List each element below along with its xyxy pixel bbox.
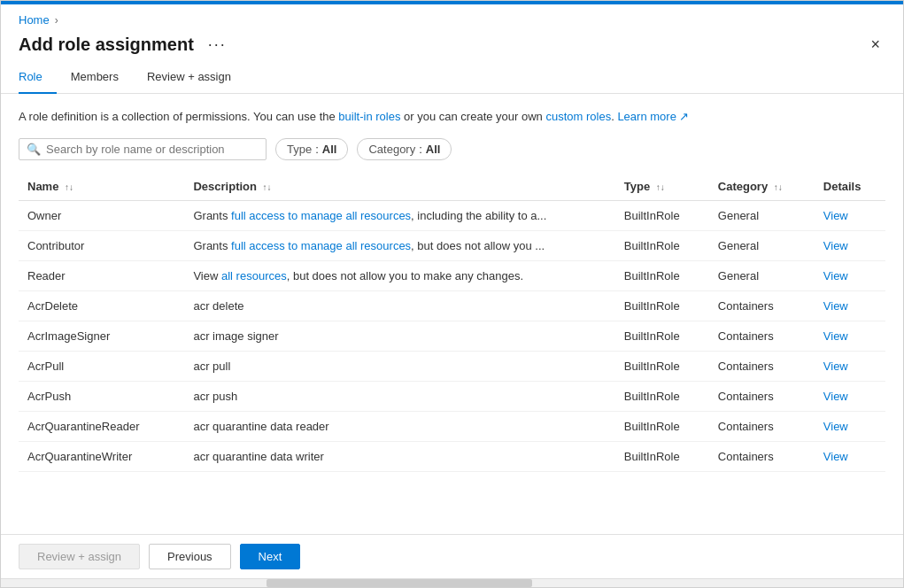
breadcrumb-separator: › — [55, 14, 58, 27]
search-box: 🔍 — [19, 138, 267, 160]
description-sort-icon: ↑↓ — [263, 182, 272, 192]
tab-role[interactable]: Role — [19, 63, 57, 94]
col-header-details: Details — [815, 173, 885, 201]
close-button[interactable]: × — [865, 34, 885, 56]
details-cell: View — [815, 200, 885, 230]
role-name-cell: Contributor — [19, 230, 184, 260]
category-cell: Containers — [709, 381, 815, 411]
highlighted-text: all resources — [221, 269, 287, 282]
category-sort-icon: ↑↓ — [774, 182, 783, 192]
type-cell: BuiltInRole — [615, 230, 709, 260]
highlighted-text: full access to manage all resources — [231, 239, 411, 252]
col-header-category[interactable]: Category ↑↓ — [709, 173, 815, 201]
description-cell: acr push — [184, 381, 614, 411]
details-cell: View — [815, 351, 885, 381]
description-cell: acr quarantine data writer — [184, 441, 614, 471]
type-filter-pill[interactable]: Type : All — [275, 138, 348, 160]
description-cell: acr delete — [184, 290, 614, 321]
type-cell: BuiltInRole — [615, 381, 709, 411]
view-details-link[interactable]: View — [823, 239, 848, 252]
category-cell: General — [709, 260, 815, 290]
search-input[interactable] — [46, 143, 259, 156]
type-cell: BuiltInRole — [615, 351, 709, 381]
type-cell: BuiltInRole — [615, 200, 709, 230]
col-header-name[interactable]: Name ↑↓ — [19, 173, 184, 201]
type-cell: BuiltInRole — [615, 441, 709, 471]
category-cell: General — [709, 200, 815, 230]
type-cell: BuiltInRole — [615, 411, 709, 441]
role-name-cell: AcrPush — [19, 381, 184, 411]
scrollbar-thumb[interactable] — [267, 579, 532, 587]
category-cell: General — [709, 230, 815, 260]
tabs-bar: Role Members Review + assign — [1, 63, 903, 94]
learn-more-link[interactable]: Learn more ↗ — [617, 110, 689, 123]
table-row: AcrQuarantineWriteracr quarantine data w… — [19, 441, 885, 471]
main-content: A role definition is a collection of per… — [1, 94, 903, 534]
role-name-cell: Owner — [19, 200, 184, 230]
description-text: A role definition is a collection of per… — [19, 108, 885, 126]
builtin-roles-link[interactable]: built-in roles — [338, 110, 400, 123]
category-cell: Containers — [709, 441, 815, 471]
role-name-cell: AcrPull — [19, 351, 184, 381]
type-sort-icon: ↑↓ — [656, 182, 665, 192]
details-cell: View — [815, 381, 885, 411]
details-cell: View — [815, 411, 885, 441]
view-details-link[interactable]: View — [823, 390, 848, 403]
previous-button[interactable]: Previous — [149, 544, 231, 569]
search-icon: 🔍 — [27, 143, 41, 156]
view-details-link[interactable]: View — [823, 299, 848, 313]
breadcrumb: Home › — [1, 4, 903, 30]
table-row: AcrQuarantineReaderacr quarantine data r… — [19, 411, 885, 441]
view-details-link[interactable]: View — [823, 269, 848, 282]
view-details-link[interactable]: View — [823, 360, 848, 373]
horizontal-scrollbar[interactable] — [1, 578, 903, 587]
role-name-cell: Reader — [19, 260, 184, 290]
details-cell: View — [815, 230, 885, 260]
category-filter-pill[interactable]: Category : All — [357, 138, 452, 160]
custom-roles-link[interactable]: custom roles — [545, 110, 611, 123]
description-cell: acr image signer — [184, 321, 614, 351]
col-header-type[interactable]: Type ↑↓ — [615, 173, 709, 201]
page-title: Add role assignment — [19, 35, 194, 55]
view-details-link[interactable]: View — [823, 450, 848, 463]
tab-members[interactable]: Members — [57, 63, 133, 94]
details-cell: View — [815, 321, 885, 351]
table-row: OwnerGrants full access to manage all re… — [19, 200, 885, 230]
table-row: AcrDeleteacr deleteBuiltInRoleContainers… — [19, 290, 885, 321]
details-cell: View — [815, 260, 885, 290]
description-cell: View all resources, but does not allow y… — [184, 260, 614, 290]
filters-row: 🔍 Type : All Category : All — [19, 138, 885, 160]
breadcrumb-home-link[interactable]: Home — [19, 13, 50, 27]
table-row: ContributorGrants full access to manage … — [19, 230, 885, 260]
main-window: Home › Add role assignment ··· × Role Me… — [0, 0, 904, 588]
highlighted-text: full access to manage all resources — [231, 209, 411, 222]
view-details-link[interactable]: View — [823, 329, 848, 343]
table-row: AcrPushacr pushBuiltInRoleContainersView — [19, 381, 885, 411]
description-cell: acr pull — [184, 351, 614, 381]
role-name-cell: AcrImageSigner — [19, 321, 184, 351]
table-row: AcrImageSigneracr image signerBuiltInRol… — [19, 321, 885, 351]
category-cell: Containers — [709, 351, 815, 381]
view-details-link[interactable]: View — [823, 209, 848, 222]
col-header-description[interactable]: Description ↑↓ — [184, 173, 614, 201]
table-row: AcrPullacr pullBuiltInRoleContainersView — [19, 351, 885, 381]
category-cell: Containers — [709, 411, 815, 441]
type-cell: BuiltInRole — [615, 290, 709, 321]
roles-table: Name ↑↓ Description ↑↓ Type ↑↓ Category … — [19, 173, 885, 472]
role-name-cell: AcrDelete — [19, 290, 184, 321]
review-assign-button[interactable]: Review + assign — [19, 544, 140, 569]
role-name-cell: AcrQuarantineReader — [19, 411, 184, 441]
description-cell: Grants full access to manage all resourc… — [184, 230, 614, 260]
category-cell: Containers — [709, 321, 815, 351]
table-row: ReaderView all resources, but does not a… — [19, 260, 885, 290]
more-options-button[interactable]: ··· — [203, 34, 232, 56]
type-cell: BuiltInRole — [615, 260, 709, 290]
view-details-link[interactable]: View — [823, 420, 848, 433]
tab-review-assign[interactable]: Review + assign — [133, 63, 245, 94]
type-cell: BuiltInRole — [615, 321, 709, 351]
description-cell: Grants full access to manage all resourc… — [184, 200, 614, 230]
details-cell: View — [815, 290, 885, 321]
next-button[interactable]: Next — [240, 544, 301, 569]
category-cell: Containers — [709, 290, 815, 321]
page-header: Add role assignment ··· × — [1, 30, 903, 63]
